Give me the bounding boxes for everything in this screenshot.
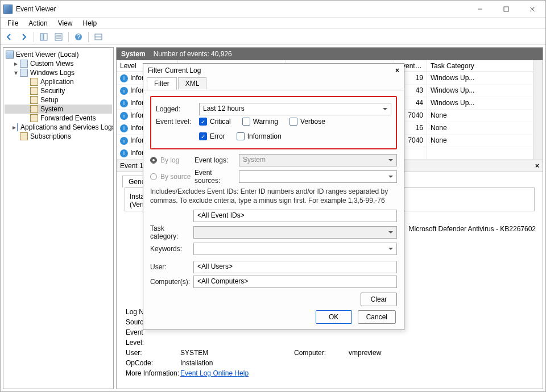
tree-pane: Event Viewer (Local)▸Custom Views▾Window… [3, 47, 114, 389]
minimize-button[interactable] [467, 1, 493, 17]
log-name: System [121, 50, 146, 58]
kv-user-label: User: [126, 349, 180, 357]
tree-item-applications-and-services-logs[interactable]: ▸Applications and Services Logs [5, 123, 112, 132]
menu-action[interactable]: Action [24, 18, 52, 28]
user-input[interactable]: <All Users> [193, 261, 397, 273]
dialog-close-icon[interactable]: × [395, 66, 399, 74]
menu-view[interactable]: View [53, 18, 77, 28]
by-source-label: By source [160, 173, 195, 181]
kv-more-label: More Information: [126, 369, 180, 377]
folder-icon [20, 60, 28, 68]
tree-item-windows-logs[interactable]: ▾Windows Logs [5, 68, 112, 77]
close-button[interactable] [519, 1, 545, 17]
info-icon: i [120, 137, 128, 145]
radio-by-source[interactable] [150, 173, 157, 180]
info-icon: i [120, 112, 128, 120]
tree-item-custom-views[interactable]: ▸Custom Views [5, 59, 112, 68]
svg-rect-5 [44, 34, 47, 40]
checkbox-information[interactable]: Information [237, 132, 282, 140]
tree-item-forwarded-events[interactable]: Forwarded Events [5, 114, 112, 123]
menubar: File Action View Help [1, 18, 545, 29]
kv-level-label: Level: [126, 339, 180, 347]
tree-root[interactable]: Event Viewer (Local) [16, 51, 79, 59]
col-task[interactable]: Task Category [427, 60, 543, 72]
info-icon: i [120, 124, 128, 132]
event-log-online-help-link[interactable]: Event Log Online Help [180, 369, 249, 377]
ok-button[interactable]: OK [316, 310, 352, 324]
app-icon [3, 5, 13, 14]
kv-computer-value: vmpreview [349, 349, 533, 357]
twisty-icon: ▸ [13, 124, 16, 131]
tree-item-security[interactable]: Security [5, 86, 112, 95]
titlebar: Event Viewer [1, 1, 545, 18]
menu-help[interactable]: Help [78, 18, 102, 28]
folder-icon [17, 123, 18, 131]
keywords-dropdown[interactable] [193, 243, 397, 255]
grid-scrollbar[interactable] [533, 60, 543, 160]
log-icon [30, 96, 38, 104]
kv-computer-label: Computer: [294, 349, 349, 357]
by-log-label: By log [160, 156, 195, 164]
twisty-icon [23, 88, 29, 94]
logged-dropdown[interactable]: Last 12 hours [199, 103, 391, 115]
twisty-icon [23, 79, 29, 85]
detail-close-icon[interactable]: × [535, 162, 539, 170]
radio-by-log[interactable] [150, 157, 157, 164]
log-count: Number of events: 40,926 [154, 50, 232, 58]
kv-opcode-value: Installation [180, 359, 294, 367]
twisty-icon [13, 134, 19, 140]
twisty-icon: ▾ [13, 70, 19, 76]
info-icon: i [120, 149, 128, 157]
tree-item-setup[interactable]: Setup [5, 95, 112, 105]
properties-button[interactable] [52, 31, 65, 43]
event-viewer-icon [6, 51, 14, 59]
panel-toggle-button[interactable] [92, 31, 105, 43]
checkbox-warning[interactable]: Warning [242, 118, 278, 126]
kv-user-value: SYSTEM [180, 349, 294, 357]
maximize-button[interactable] [493, 1, 519, 17]
show-tree-button[interactable] [38, 31, 50, 43]
clear-button[interactable]: Clear [361, 293, 397, 306]
task-category-label: Task category: [150, 224, 193, 240]
log-icon [30, 87, 38, 95]
task-category-dropdown [193, 226, 397, 239]
event-logs-label: Event logs: [195, 156, 239, 164]
keywords-label: Keywords: [150, 245, 193, 253]
folder-icon [20, 69, 28, 77]
tree-item-subscriptions[interactable]: Subscriptions [5, 132, 112, 141]
tree-item-system[interactable]: System [5, 105, 112, 114]
checkbox-critical[interactable]: ✓Critical [199, 118, 231, 126]
event-sources-dropdown[interactable] [239, 170, 397, 183]
computers-label: Computer(s): [150, 278, 193, 286]
detail-source-right: Microsoft Defender Antivirus - KB2267602 [409, 225, 536, 233]
tab-xml[interactable]: XML [178, 77, 207, 90]
info-icon: i [120, 87, 128, 95]
back-button[interactable] [3, 31, 15, 43]
cancel-button[interactable]: Cancel [358, 310, 396, 324]
user-label: User: [150, 263, 193, 271]
tree-item-application[interactable]: Application [5, 77, 112, 86]
checkbox-verbose[interactable]: Verbose [289, 118, 325, 126]
help-button[interactable]: ? [72, 31, 85, 43]
twisty-icon [23, 97, 29, 103]
event-logs-dropdown: System [239, 154, 397, 166]
forward-button[interactable] [18, 31, 30, 43]
log-icon [20, 132, 28, 140]
computers-input[interactable]: <All Computers> [193, 276, 397, 288]
event-viewer-window: Event Viewer File Action View Help ? Eve… [0, 0, 546, 392]
svg-text:?: ? [77, 33, 81, 41]
log-icon [30, 114, 38, 122]
dialog-title: Filter Current Log [148, 66, 201, 74]
logged-label: Logged: [156, 105, 199, 113]
tab-filter[interactable]: Filter [147, 77, 177, 90]
info-icon: i [120, 99, 128, 107]
toolbar: ? [1, 29, 545, 45]
log-icon [30, 78, 38, 86]
highlighted-filter-area: Logged: Last 12 hours Event level: ✓Crit… [150, 96, 397, 149]
menu-file[interactable]: File [3, 18, 23, 28]
info-icon: i [120, 74, 128, 82]
checkbox-error[interactable]: ✓Error [199, 132, 225, 140]
log-icon [30, 105, 38, 113]
event-sources-label: Event sources: [195, 169, 239, 185]
event-ids-input[interactable]: <All Event IDs> [193, 210, 397, 222]
